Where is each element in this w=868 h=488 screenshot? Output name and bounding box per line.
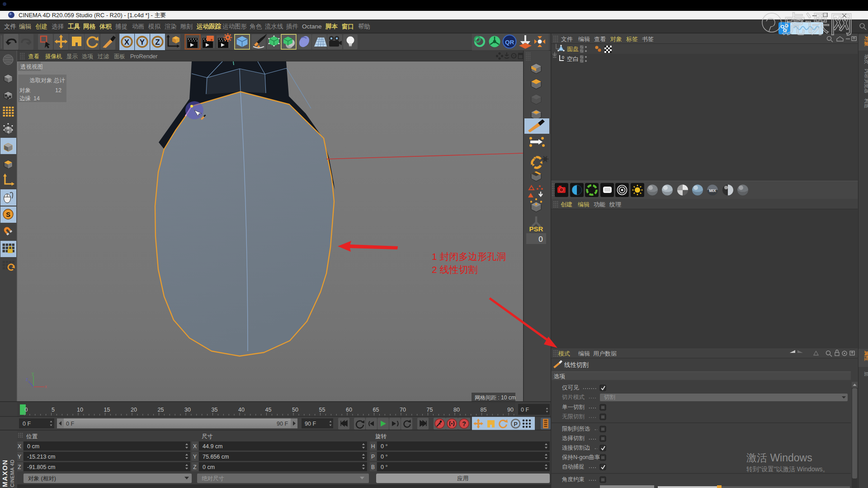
svg-text:0 F: 0 F	[23, 421, 31, 427]
svg-text:文件: 文件	[561, 36, 573, 42]
svg-text:网格: 网格	[83, 23, 96, 30]
svg-text:编辑: 编辑	[578, 36, 590, 42]
svg-text:40: 40	[238, 407, 245, 413]
svg-text:10: 10	[77, 407, 83, 413]
svg-text:90: 90	[507, 407, 514, 413]
svg-text:60: 60	[346, 407, 352, 413]
svg-text:x: x	[45, 384, 47, 389]
svg-text:12: 12	[55, 87, 61, 94]
svg-text:圆盘: 圆盘	[567, 46, 579, 52]
svg-text:纹理: 纹理	[609, 201, 621, 208]
svg-text:35: 35	[212, 407, 218, 413]
svg-text:标签: 标签	[626, 36, 638, 42]
svg-text:摄像机: 摄像机	[45, 53, 62, 60]
svg-text:绝对尺寸: 绝对尺寸	[202, 475, 224, 482]
svg-text:?: ?	[462, 420, 466, 427]
svg-text:50: 50	[292, 407, 298, 413]
svg-text:保持N-gon曲率: 保持N-gon曲率	[562, 454, 600, 460]
svg-text:切割: 切割	[604, 394, 615, 400]
svg-text:z: z	[26, 377, 28, 382]
svg-text:运动图形: 运动图形	[222, 23, 247, 30]
svg-text:0: 0	[562, 55, 564, 60]
svg-text:透视视图: 透视视图	[20, 64, 43, 70]
svg-text:5: 5	[52, 407, 55, 413]
svg-text:动画: 动画	[132, 23, 144, 30]
svg-text:渲染: 渲染	[165, 23, 177, 30]
svg-text:帮助: 帮助	[358, 23, 370, 30]
svg-text:过滤: 过滤	[98, 53, 109, 60]
svg-text:显示: 显示	[66, 53, 78, 60]
svg-text:对象 (相对): 对象 (相对)	[28, 475, 56, 482]
svg-text:CINEMA 4D R20.059 Studio (RC -: CINEMA 4D R20.059 Studio (RC - R20) - [1…	[19, 12, 166, 19]
svg-text:20: 20	[131, 407, 137, 413]
svg-text:无限切割: 无限切割	[562, 413, 585, 420]
svg-text:55: 55	[319, 407, 326, 413]
svg-text:切片模式: 切片模式	[561, 394, 585, 400]
svg-text:流水线: 流水线	[265, 23, 283, 30]
svg-text:工具: 工具	[68, 23, 80, 30]
svg-text:激活 Windows: 激活 Windows	[746, 452, 812, 464]
svg-text:Y: Y	[193, 454, 197, 460]
svg-text:0 cm: 0 cm	[203, 464, 215, 470]
svg-text:仅可见: 仅可见	[562, 385, 579, 391]
svg-text:25: 25	[158, 407, 164, 413]
svg-text:捕捉: 捕捉	[115, 23, 127, 30]
svg-text:属性: 属性	[864, 350, 868, 361]
svg-text:MIX: MIX	[709, 188, 716, 193]
svg-text:角色: 角色	[250, 23, 262, 30]
svg-text:90 F: 90 F	[305, 421, 316, 427]
svg-text:y: y	[32, 371, 34, 376]
svg-text:Z: Z	[155, 38, 160, 47]
svg-text:Z: Z	[18, 464, 21, 470]
svg-text:对象: 对象	[610, 36, 622, 42]
svg-text:模式: 模式	[558, 350, 570, 357]
svg-text:位置: 位置	[26, 433, 38, 440]
svg-text:选择切割: 选择切割	[562, 435, 585, 441]
svg-text:创建: 创建	[35, 23, 47, 30]
svg-text:脚本: 脚本	[325, 23, 338, 30]
svg-text:层: 层	[864, 371, 868, 376]
svg-text:内容浏览器: 内容浏览器	[864, 69, 868, 94]
svg-text:PSR: PSR	[529, 225, 543, 233]
svg-text:30: 30	[184, 407, 191, 413]
svg-text:75: 75	[427, 407, 433, 413]
svg-text:0 F: 0 F	[521, 407, 529, 413]
svg-text:2 线性切割: 2 线性切割	[432, 264, 478, 275]
svg-text:X: X	[18, 443, 21, 450]
svg-text:0: 0	[25, 407, 28, 413]
svg-text:-15.213 cm: -15.213 cm	[27, 454, 56, 460]
svg-text:窗口: 窗口	[342, 23, 354, 30]
svg-text:功能: 功能	[594, 201, 605, 208]
svg-text:Octane: Octane	[302, 23, 322, 30]
svg-text:选项: 选项	[82, 53, 94, 60]
svg-text:85: 85	[481, 407, 487, 413]
svg-text:75.656 cm: 75.656 cm	[203, 454, 229, 460]
svg-text:B: B	[371, 464, 375, 470]
svg-text:边缘: 边缘	[19, 95, 31, 102]
svg-text:P: P	[371, 454, 375, 460]
svg-text:45: 45	[265, 407, 272, 413]
svg-text:Y: Y	[18, 454, 21, 460]
svg-text:编辑: 编辑	[578, 350, 590, 357]
svg-text:自动捕捉: 自动捕捉	[562, 464, 585, 470]
svg-text:0 °: 0 °	[381, 443, 387, 450]
svg-text:80: 80	[453, 407, 460, 413]
svg-text:面板: 面板	[114, 53, 125, 60]
svg-text:雕刻: 雕刻	[180, 23, 193, 30]
svg-text:H: H	[371, 443, 375, 450]
svg-text:体积: 体积	[99, 23, 112, 30]
svg-text:对象: 对象	[19, 87, 31, 94]
svg-text:70: 70	[400, 407, 406, 413]
svg-text:旋转: 旋转	[375, 433, 387, 440]
svg-text:单一切割: 单一切割	[562, 404, 585, 410]
svg-text:虎课网: 虎课网	[782, 10, 854, 37]
svg-text:选取对象 总计: 选取对象 总计	[30, 77, 66, 84]
svg-text:X: X	[124, 38, 130, 47]
svg-text:编辑: 编辑	[578, 201, 590, 208]
svg-text:编辑: 编辑	[19, 23, 32, 30]
svg-text:44.9 cm: 44.9 cm	[203, 443, 222, 450]
svg-text:0 °: 0 °	[381, 464, 387, 470]
svg-text:MAXON: MAXON	[1, 460, 9, 487]
svg-text:选择: 选择	[52, 23, 64, 30]
svg-text:线性切割: 线性切割	[564, 361, 589, 368]
